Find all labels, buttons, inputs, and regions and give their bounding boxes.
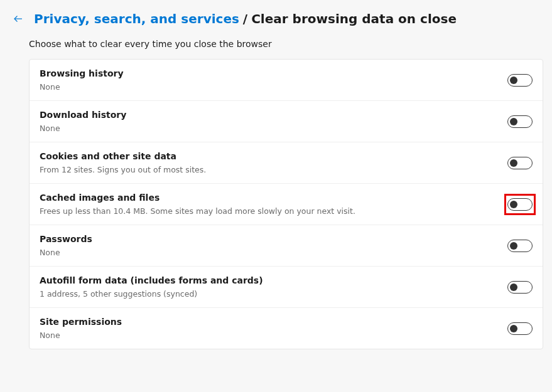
- toggle-passwords[interactable]: [507, 240, 533, 252]
- row-text: Cookies and other site data From 12 site…: [40, 151, 206, 174]
- row-text: Download history None: [40, 110, 126, 133]
- row-title: Autofill form data (includes forms and c…: [40, 275, 263, 285]
- row-cached-images: Cached images and files Frees up less th…: [30, 184, 543, 225]
- row-desc: 1 address, 5 other suggestions (synced): [40, 289, 263, 299]
- row-text: Cached images and files Frees up less th…: [40, 193, 355, 216]
- settings-panel: Browsing history None Download history N…: [29, 59, 543, 349]
- row-desc: None: [40, 82, 124, 92]
- toggle-autofill[interactable]: [507, 281, 533, 294]
- breadcrumb-separator: /: [243, 11, 247, 26]
- toggle-cookies[interactable]: [507, 157, 533, 169]
- row-download-history: Download history None: [30, 101, 543, 142]
- row-desc: None: [40, 331, 122, 340]
- page-subtitle: Choose what to clear every time you clos…: [0, 31, 552, 59]
- row-browsing-history: Browsing history None: [30, 60, 543, 101]
- row-desc: Frees up less than 10.4 MB. Some sites m…: [40, 206, 355, 216]
- breadcrumb: Privacy, search, and services / Clear br…: [34, 11, 457, 26]
- row-site-permissions: Site permissions None: [30, 308, 543, 349]
- row-desc: None: [40, 124, 126, 133]
- breadcrumb-current: Clear browsing data on close: [251, 11, 457, 26]
- row-text: Passwords None: [40, 234, 92, 257]
- toggle-download-history[interactable]: [507, 115, 533, 128]
- toggle-browsing-history[interactable]: [507, 74, 533, 87]
- row-desc: From 12 sites. Signs you out of most sit…: [40, 165, 206, 174]
- row-text: Site permissions None: [40, 317, 122, 340]
- row-title: Download history: [40, 110, 126, 120]
- page-header: Privacy, search, and services / Clear br…: [0, 0, 552, 31]
- row-title: Cached images and files: [40, 193, 355, 203]
- row-cookies: Cookies and other site data From 12 site…: [30, 142, 543, 184]
- row-autofill: Autofill form data (includes forms and c…: [30, 267, 543, 308]
- row-text: Autofill form data (includes forms and c…: [40, 275, 263, 299]
- toggle-cached-images[interactable]: [507, 198, 533, 211]
- row-title: Passwords: [40, 234, 92, 244]
- row-passwords: Passwords None: [30, 225, 543, 267]
- row-desc: None: [40, 248, 92, 257]
- row-title: Browsing history: [40, 68, 124, 78]
- row-text: Browsing history None: [40, 68, 124, 92]
- breadcrumb-parent-link[interactable]: Privacy, search, and services: [34, 11, 239, 26]
- row-title: Cookies and other site data: [40, 151, 206, 161]
- row-title: Site permissions: [40, 317, 122, 327]
- back-arrow-icon[interactable]: [13, 13, 24, 24]
- toggle-site-permissions[interactable]: [507, 322, 533, 335]
